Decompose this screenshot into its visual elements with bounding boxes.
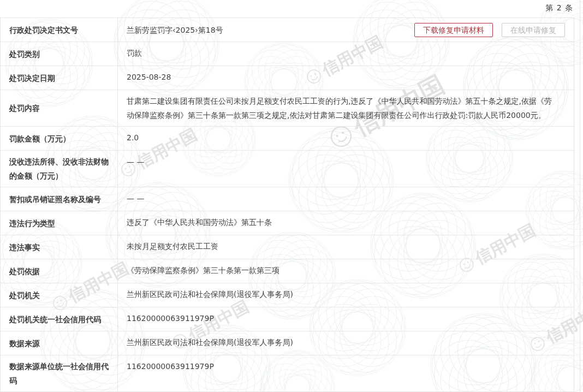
field-value-text: — — (127, 155, 144, 169)
field-value-text: 2025-08-28 (127, 70, 171, 84)
download-repair-materials-button[interactable]: 下载修复申请材料 (414, 23, 493, 37)
field-value: 2025-08-28 (118, 66, 574, 90)
field-value-text: 兰州新区民政司法和社会保障局(退役军人事务局) (127, 335, 293, 349)
field-label: 处罚机关 (1, 283, 118, 307)
table-row: 没收违法所得、没收非法财物的金额（万元）— — (1, 151, 574, 187)
field-value-text: 兰州新区民政司法和社会保障局(退役军人事务局) (127, 287, 293, 301)
table-row: 处罚内容甘肃第二建设集团有限责任公司未按月足额支付农民工工资的行为,违反了《中华… (1, 90, 574, 127)
field-value-text: 甘肃第二建设集团有限责任公司未按月足额支付农民工工资的行为,违反了《中华人民共和… (127, 94, 552, 122)
field-value-text: 《劳动保障监察条例》第三十条第一款第三项 (127, 263, 279, 277)
table-row: 处罚机关兰州新区民政司法和社会保障局(退役军人事务局) (1, 283, 574, 307)
field-label: 处罚决定日期 (1, 66, 118, 90)
online-repair-apply-button[interactable]: 在线申请修复 (502, 23, 565, 37)
table-row: 罚款金额（万元）2.0 (1, 127, 574, 151)
item-index-label: 第 2 条 (545, 3, 573, 13)
table-row: 处罚类别罚款 (1, 42, 574, 66)
table-row: 数据来源兰州新区民政司法和社会保障局(退役军人事务局) (1, 331, 574, 355)
field-value: — — (118, 187, 574, 211)
table-row: 处罚依据《劳动保障监察条例》第三十条第一款第三项 (1, 259, 574, 283)
field-value: 《劳动保障监察条例》第三十条第一款第三项 (118, 259, 574, 283)
field-value-text: 未按月足额支付农民工工资 (127, 239, 218, 253)
field-label: 处罚类别 (1, 42, 118, 66)
table-row: 处罚决定日期2025-08-28 (1, 66, 574, 90)
field-label: 行政处罚决定书文号 (1, 18, 118, 41)
table-row: 处罚机关统一社会信用代码11620000063911979P (1, 307, 574, 331)
field-label: 违法事实 (1, 235, 118, 259)
table-row: 违法事实未按月足额支付农民工工资 (1, 235, 574, 259)
table-row: 数据来源单位统一社会信用代码11620000063911979P (1, 355, 574, 392)
table-row: 行政处罚决定书文号兰新劳监罚字‹2025›第18号下载修复申请材料在线申请修复 (1, 18, 574, 42)
field-value-text: 11620000063911979P (127, 311, 214, 325)
field-value: 兰新劳监罚字‹2025›第18号下载修复申请材料在线申请修复 (118, 18, 574, 41)
field-value: 罚款 (118, 42, 574, 66)
field-value: 2.0 (118, 127, 574, 150)
field-value-text: 兰新劳监罚字‹2025›第18号 (127, 23, 223, 37)
repair-actions: 下载修复申请材料在线申请修复 (414, 23, 565, 37)
field-value-text: 2.0 (127, 130, 139, 145)
field-label: 数据来源单位统一社会信用代码 (1, 355, 118, 391)
field-value: 违反了《中华人民共和国劳动法》第五十条 (118, 211, 574, 235)
field-label: 处罚机关统一社会信用代码 (1, 307, 118, 331)
page-edge-divider (580, 0, 580, 392)
field-label: 处罚依据 (1, 259, 118, 283)
field-value: 兰州新区民政司法和社会保障局(退役军人事务局) (118, 283, 574, 307)
field-label: 没收违法所得、没收非法财物的金额（万元） (1, 151, 118, 187)
field-label: 罚款金额（万元） (1, 127, 118, 150)
field-value: 未按月足额支付农民工工资 (118, 235, 574, 259)
field-label: 数据来源 (1, 331, 118, 355)
table-row: 违法行为类型违反了《中华人民共和国劳动法》第五十条 (1, 211, 574, 235)
field-label: 暂扣或吊销证照名称及编号 (1, 187, 118, 211)
field-value-text: 11620000063911979P (127, 359, 214, 373)
field-value: 兰州新区民政司法和社会保障局(退役军人事务局) (118, 331, 574, 355)
field-value: 11620000063911979P (118, 355, 574, 391)
field-value: 11620000063911979P (118, 307, 574, 331)
table-row: 暂扣或吊销证照名称及编号— — (1, 187, 574, 211)
field-label: 处罚内容 (1, 90, 118, 126)
field-value-text: — — (127, 191, 144, 205)
field-value-text: 罚款 (127, 46, 142, 60)
field-label: 违法行为类型 (1, 211, 118, 235)
penalty-record-table: 行政处罚决定书文号兰新劳监罚字‹2025›第18号下载修复申请材料在线申请修复处… (0, 17, 574, 392)
field-value: 甘肃第二建设集团有限责任公司未按月足额支付农民工工资的行为,违反了《中华人民共和… (118, 90, 574, 126)
field-value-text: 违反了《中华人民共和国劳动法》第五十条 (127, 215, 272, 229)
field-value: — — (118, 151, 574, 187)
